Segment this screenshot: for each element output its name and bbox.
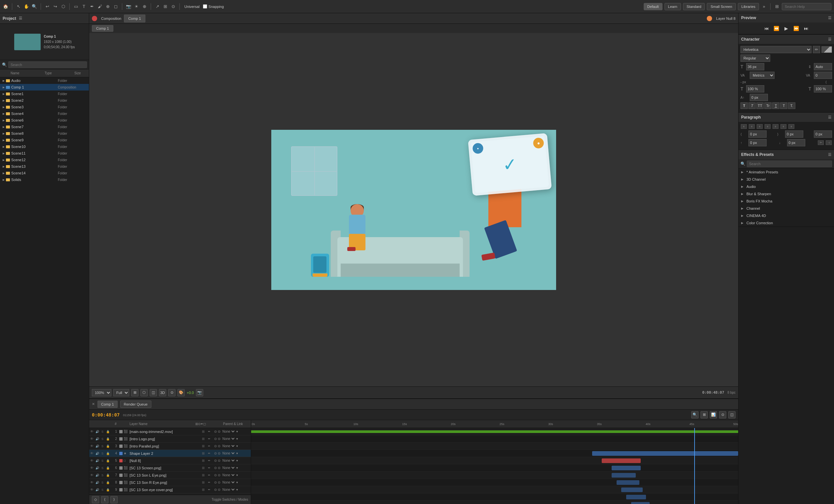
project-item-scene7[interactable]: ▶Scene7Folder bbox=[0, 123, 89, 130]
layer-name-4[interactable]: Shape Layer 2 bbox=[130, 452, 201, 455]
track-row-5[interactable] bbox=[251, 457, 738, 464]
layer-row-4[interactable]: 👁 🔊 S 🔒 4 ★ Shape Layer 2 ⊞ ✒ ⊙ ⊙ None ▾ bbox=[89, 450, 251, 457]
effects-item-3d-channel[interactable]: ▶3D Channel bbox=[739, 176, 834, 183]
toggle-3d-btn[interactable]: 3D bbox=[159, 389, 166, 396]
snapping-checkbox[interactable] bbox=[203, 4, 207, 8]
timeline-motion-btn[interactable]: ⊙ bbox=[719, 411, 726, 418]
layer-lock-5[interactable]: 🔒 bbox=[105, 457, 110, 464]
expand-arrow[interactable]: ▶ bbox=[1, 78, 6, 83]
project-item-scene13[interactable]: ▶Scene13Folder bbox=[0, 163, 89, 170]
track-row-11[interactable] bbox=[251, 501, 738, 504]
font-family-select[interactable]: Helvetica bbox=[741, 46, 812, 53]
font-style-select[interactable]: Regular bbox=[741, 54, 770, 62]
layer-lock-2[interactable]: 🔒 bbox=[105, 435, 110, 442]
track-tool[interactable]: ⊙ bbox=[170, 4, 176, 9]
layer-sw2-7[interactable]: ✒ bbox=[206, 473, 212, 478]
parent-select-3[interactable]: None bbox=[221, 444, 236, 448]
track-row-8[interactable] bbox=[251, 479, 738, 486]
timeline-graph-btn[interactable]: 📊 bbox=[710, 411, 717, 418]
layer-quality-2[interactable]: ⊙ bbox=[213, 437, 218, 441]
color-btn[interactable]: 🎨 bbox=[177, 389, 185, 396]
layer-solo-2[interactable]: S bbox=[100, 435, 105, 442]
layer-name-9[interactable]: [SC 13 Son eye cover.png] bbox=[130, 488, 201, 492]
project-item-scene10[interactable]: ▶Scene10Folder bbox=[0, 143, 89, 150]
effects-menu-icon[interactable]: ☰ bbox=[828, 153, 831, 157]
layer-sw2-9[interactable]: ✒ bbox=[206, 487, 212, 492]
layer-audio-5[interactable]: 🔊 bbox=[94, 457, 100, 464]
expand-arrow[interactable]: ▶ bbox=[1, 124, 6, 129]
learn-workspace-btn[interactable]: Learn bbox=[664, 3, 681, 10]
layer-lock-1[interactable]: 🔒 bbox=[105, 428, 110, 435]
layer-name-1[interactable]: [main-song-trimmed2.mov] bbox=[130, 430, 201, 434]
close-timeline-btn[interactable]: ✕ bbox=[92, 402, 95, 406]
layer-audio-2[interactable]: 🔊 bbox=[94, 435, 100, 442]
hscale-input[interactable] bbox=[746, 85, 764, 92]
timeline-tab-comp1[interactable]: Comp 1 bbox=[97, 400, 118, 408]
expand-arrow[interactable]: ▶ bbox=[1, 138, 6, 142]
parent-select-2[interactable]: None bbox=[221, 437, 236, 441]
layer-lock-8[interactable]: 🔒 bbox=[105, 479, 110, 486]
layer-name-8[interactable]: [SC 13 Son R Eye.png] bbox=[130, 481, 201, 484]
align-left-btn[interactable]: ≡ bbox=[741, 124, 747, 129]
smallcaps-btn[interactable]: Tr bbox=[764, 102, 771, 109]
add-keyframe-btn[interactable]: ◇ bbox=[92, 496, 99, 503]
color-swatch[interactable] bbox=[821, 46, 832, 53]
parent-select-9[interactable]: None bbox=[221, 487, 236, 492]
space-after-input[interactable] bbox=[787, 139, 805, 146]
expand-arrow[interactable]: ▶ bbox=[1, 131, 6, 136]
layer-vis-8[interactable]: 👁 bbox=[89, 479, 94, 486]
layer-sw1-1[interactable]: ⊞ bbox=[201, 429, 206, 434]
layer-quality-7[interactable]: ⊙ bbox=[213, 473, 218, 477]
layer-audio-1[interactable]: 🔊 bbox=[94, 428, 100, 435]
track-row-10[interactable] bbox=[251, 494, 738, 501]
skip-back-btn[interactable]: ⏮ bbox=[763, 25, 770, 32]
redo-tool[interactable]: ↪ bbox=[52, 4, 58, 9]
layer-lock-4[interactable]: 🔒 bbox=[105, 450, 110, 457]
layer-vis-5[interactable]: 👁 bbox=[89, 457, 94, 464]
timeline-draft-btn[interactable]: ◫ bbox=[728, 411, 736, 418]
layer-sw1-4[interactable]: ⊞ bbox=[201, 451, 206, 456]
parent-select-1[interactable]: None bbox=[221, 429, 236, 434]
layer-vis-7[interactable]: 👁 bbox=[89, 472, 94, 479]
bold-btn[interactable]: T bbox=[741, 102, 748, 109]
select-tool[interactable]: ↖ bbox=[16, 4, 21, 9]
standard-workspace-btn[interactable]: Standard bbox=[683, 3, 705, 10]
layer-quality-4[interactable]: ⊙ bbox=[213, 452, 218, 455]
indent-right2-input[interactable] bbox=[814, 131, 832, 138]
expand-arrow[interactable]: ▶ bbox=[1, 171, 6, 175]
project-item-solids[interactable]: ▶SolidsFolder bbox=[0, 176, 89, 183]
grid-btn[interactable]: ⊞ bbox=[131, 389, 138, 396]
track-row-4[interactable] bbox=[251, 450, 738, 457]
skip-forward-btn[interactable]: ⏭ bbox=[803, 25, 810, 32]
vscale-input[interactable] bbox=[814, 85, 832, 92]
layer-solo-1[interactable]: S bbox=[100, 428, 105, 435]
libraries-workspace-btn[interactable]: Libraries bbox=[738, 3, 759, 10]
layer-lock-7[interactable]: 🔒 bbox=[105, 472, 110, 479]
expand-arrow[interactable]: ▶ bbox=[1, 158, 6, 162]
layer-sw2-3[interactable]: ✒ bbox=[206, 443, 212, 449]
layer-audio-4[interactable]: 🔊 bbox=[94, 450, 100, 457]
parent-select-6[interactable]: None bbox=[221, 466, 236, 470]
layer-name-3[interactable]: [Intro Parallel.png] bbox=[130, 444, 201, 448]
project-item-scene9[interactable]: ▶Scene9Folder bbox=[0, 137, 89, 143]
layer-sw2-8[interactable]: ✒ bbox=[206, 480, 212, 485]
effects-item-blur-&-sharpen[interactable]: ▶Blur & Sharpen bbox=[739, 190, 834, 198]
preview-menu-icon[interactable]: ☰ bbox=[828, 16, 831, 20]
layer-vis-6[interactable]: 👁 bbox=[89, 464, 94, 472]
eraser-tool[interactable]: ◻ bbox=[113, 4, 118, 9]
italic-btn[interactable]: T bbox=[748, 102, 756, 109]
layer-audio-7[interactable]: 🔊 bbox=[94, 472, 100, 479]
comp-subtab-comp1[interactable]: Comp 1 bbox=[92, 25, 113, 32]
home-icon[interactable]: 🏠 bbox=[3, 4, 8, 9]
anchor-tool[interactable]: ⊕ bbox=[141, 4, 147, 9]
layer-row-3[interactable]: 👁 🔊 S 🔒 3 ⬛ [Intro Parallel.png] ⊞ ✒ ⊙ ⊙… bbox=[89, 442, 251, 450]
effects-item-boris-fx-mocha[interactable]: ▶Boris FX Mocha bbox=[739, 198, 834, 205]
layer-sw1-9[interactable]: ⊞ bbox=[201, 487, 206, 492]
layer-vis-3[interactable]: 👁 bbox=[89, 442, 94, 450]
hyphen-btn[interactable]: ⊢ bbox=[818, 140, 824, 145]
character-menu-icon[interactable]: ☰ bbox=[828, 37, 831, 42]
quality-select[interactable]: Full bbox=[113, 389, 129, 396]
layer-sw1-3[interactable]: ⊞ bbox=[201, 443, 206, 449]
layer-quality-6[interactable]: ⊙ bbox=[213, 466, 218, 469]
layer-sw1-8[interactable]: ⊞ bbox=[201, 480, 206, 485]
